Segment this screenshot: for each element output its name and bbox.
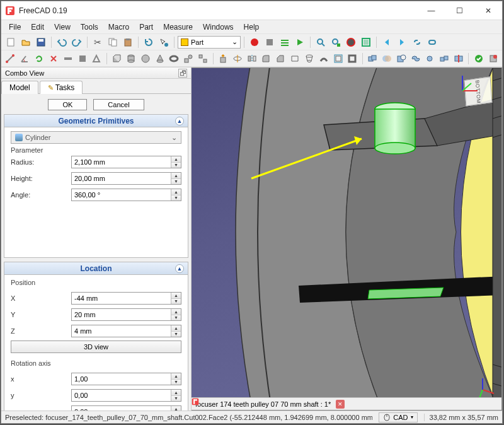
pos-y-field[interactable] (72, 309, 181, 320)
spin-up-icon[interactable]: ▲ (171, 173, 181, 179)
link-sel-icon[interactable] (425, 35, 439, 49)
new-icon[interactable] (4, 35, 18, 49)
rot-z-input[interactable]: ▲▼ (71, 405, 181, 410)
cancel-button[interactable]: Cancel (93, 99, 144, 110)
spin-down-icon[interactable]: ▼ (171, 179, 181, 185)
undock-icon[interactable]: 🗗 (178, 69, 187, 78)
part-sphere-icon[interactable] (139, 52, 152, 66)
radius-input[interactable]: ▲▼ (71, 156, 181, 168)
fit-sel-icon[interactable] (329, 35, 343, 49)
save-icon[interactable] (34, 35, 48, 49)
spin-up-icon[interactable]: ▲ (171, 189, 181, 195)
nav-style-selector[interactable]: CAD ▾ (379, 412, 417, 422)
part-mirror-icon[interactable] (245, 52, 258, 66)
workbench-selector[interactable]: Part ⌄ (178, 36, 241, 49)
part-offset-icon[interactable] (331, 52, 345, 66)
document-tab[interactable]: focuser 174 teeth pulley 07 70 mm shaft … (195, 400, 331, 408)
check-geometry-icon[interactable] (472, 52, 485, 66)
part-cut-icon[interactable] (394, 52, 408, 66)
part-builder-icon[interactable] (197, 52, 210, 66)
spin-down-icon[interactable]: ▼ (171, 163, 181, 168)
spin-up-icon[interactable]: ▲ (171, 293, 181, 299)
macro-stop-icon[interactable] (263, 35, 277, 49)
part-primitives-icon[interactable] (182, 52, 195, 66)
measure-3d-icon[interactable] (76, 52, 89, 66)
menu-part[interactable]: Part (134, 23, 158, 32)
spin-up-icon[interactable]: ▲ (171, 406, 181, 410)
spin-down-icon[interactable]: ▼ (171, 315, 181, 321)
part-cylinder-icon[interactable] (125, 52, 138, 66)
spin-up-icon[interactable]: ▲ (171, 309, 181, 315)
menu-view[interactable]: View (49, 23, 76, 32)
part-revolve-icon[interactable] (231, 52, 244, 66)
paste-icon[interactable] (121, 35, 135, 49)
nav-right-icon[interactable] (395, 35, 409, 49)
radius-field[interactable] (72, 156, 181, 168)
pos-z-field[interactable] (72, 325, 181, 337)
measure-clear-icon[interactable] (47, 52, 60, 66)
close-button[interactable]: ✕ (474, 1, 502, 20)
part-chamfer-icon[interactable] (274, 52, 287, 66)
menu-macro[interactable]: Macro (103, 23, 134, 32)
part-loft-icon[interactable] (302, 52, 316, 66)
pos-x-field[interactable] (72, 293, 181, 304)
part-compound-icon[interactable] (366, 52, 379, 66)
primitive-type-select[interactable]: Cylinder ⌄ (11, 131, 181, 144)
cut-icon[interactable]: ✂ (91, 35, 105, 49)
pos-x-input[interactable]: ▲▼ (71, 292, 181, 305)
spin-down-icon[interactable]: ▼ (171, 332, 181, 337)
measure-delta-icon[interactable] (90, 52, 103, 66)
macro-record-icon[interactable] (248, 35, 261, 49)
rot-z-field[interactable] (72, 406, 181, 410)
3d-viewport[interactable]: BOTTOM focuser 174 teeth pulley 07 70 mm… (192, 67, 502, 410)
section-header-location[interactable]: Location ▲ (4, 262, 188, 275)
rot-x-input[interactable]: ▲▼ (71, 373, 181, 385)
spin-up-icon[interactable]: ▲ (171, 325, 181, 332)
fit-all-icon[interactable] (314, 35, 328, 49)
spin-up-icon[interactable]: ▲ (171, 390, 181, 396)
angle-field[interactable] (72, 189, 181, 201)
macro-list-icon[interactable] (278, 35, 292, 49)
draw-style-icon[interactable] (344, 35, 358, 49)
close-tab-icon[interactable]: ✕ (336, 400, 345, 409)
part-common-icon[interactable] (423, 52, 437, 66)
rot-x-field[interactable] (72, 373, 181, 385)
tab-tasks[interactable]: ✎Tasks (40, 81, 83, 94)
menu-tools[interactable]: Tools (76, 23, 103, 32)
rot-y-input[interactable]: ▲▼ (71, 389, 181, 402)
pos-y-input[interactable]: ▲▼ (71, 308, 181, 321)
defeaturing-icon[interactable] (486, 52, 500, 66)
menu-file[interactable]: File (4, 23, 26, 32)
tab-model[interactable]: Model (1, 81, 38, 94)
macro-play-icon[interactable] (293, 35, 307, 49)
pos-z-input[interactable]: ▲▼ (71, 325, 181, 337)
rot-y-field[interactable] (72, 390, 181, 401)
part-torus-icon[interactable] (168, 52, 181, 66)
copy-icon[interactable] (106, 35, 120, 49)
part-box-icon[interactable] (110, 52, 123, 66)
refresh-icon[interactable] (142, 35, 156, 49)
spin-up-icon[interactable]: ▲ (171, 373, 181, 380)
nav-left-icon[interactable] (380, 35, 394, 49)
menu-measure[interactable]: Measure (158, 23, 198, 32)
measure-refresh-icon[interactable] (33, 52, 46, 66)
menu-help[interactable]: Help (239, 23, 265, 32)
redo-icon[interactable] (70, 35, 84, 49)
bbox-icon[interactable] (359, 35, 373, 49)
ok-button[interactable]: OK (48, 99, 87, 110)
whatsthis-icon[interactable] (157, 35, 171, 49)
menu-edit[interactable]: Edit (26, 23, 49, 32)
link-icon[interactable] (410, 35, 424, 49)
spin-down-icon[interactable]: ▼ (171, 396, 181, 402)
part-fillet-icon[interactable] (260, 52, 273, 66)
part-thickness-icon[interactable] (346, 52, 359, 66)
part-boolean-icon[interactable] (381, 52, 394, 66)
part-join-icon[interactable] (438, 52, 451, 66)
maximize-button[interactable]: ☐ (445, 1, 474, 20)
part-fuse-icon[interactable] (409, 52, 422, 66)
part-sweep-icon[interactable] (317, 52, 330, 66)
minimize-button[interactable]: — (417, 1, 445, 20)
menu-windows[interactable]: Windows (198, 23, 239, 32)
open-icon[interactable] (19, 35, 33, 49)
spin-down-icon[interactable]: ▼ (171, 299, 181, 305)
